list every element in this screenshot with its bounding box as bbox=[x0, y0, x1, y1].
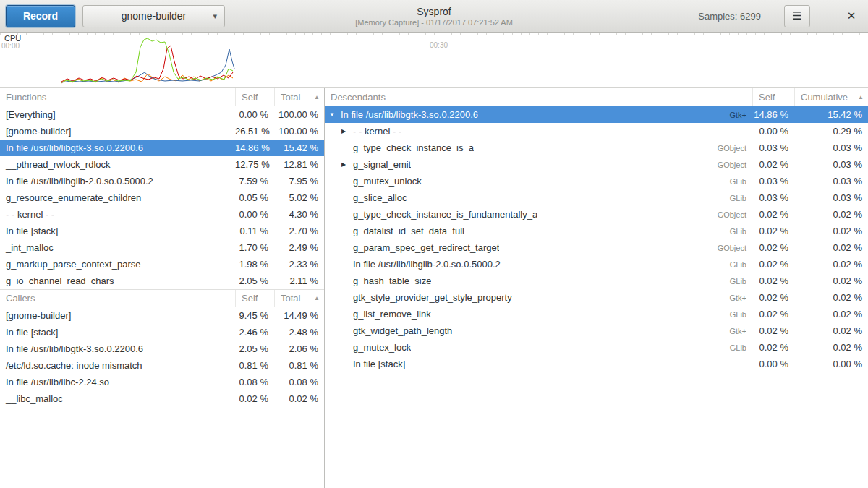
table-row[interactable]: In file [stack]0.11 %2.70 % bbox=[0, 223, 324, 239]
table-row[interactable]: __libc_malloc0.02 %0.02 % bbox=[0, 390, 324, 407]
self-percent: 0.00 % bbox=[235, 109, 274, 120]
function-name: _int_malloc bbox=[0, 242, 235, 253]
table-row[interactable]: ▶- - kernel - -0.00 %0.29 % bbox=[325, 123, 868, 140]
table-row[interactable]: In file [stack]0.00 %0.00 % bbox=[325, 356, 868, 372]
table-row[interactable]: g_io_channel_read_chars2.05 %2.11 % bbox=[0, 273, 324, 289]
self-percent: 26.51 % bbox=[235, 126, 274, 137]
table-row[interactable]: g_datalist_id_set_data_fullGLib0.02 %0.0… bbox=[325, 223, 868, 239]
table-row[interactable]: _int_malloc1.70 %2.49 % bbox=[0, 239, 324, 256]
descendant-name-cell: In file [stack] bbox=[325, 359, 752, 369]
self-percent: 14.86 % bbox=[752, 109, 794, 120]
expander-closed-icon[interactable]: ▶ bbox=[341, 161, 353, 168]
function-name: In file [stack] bbox=[0, 226, 235, 236]
descendants-table-header: Descendants Self Cumulative ▲ bbox=[325, 88, 868, 106]
self-percent: 14.86 % bbox=[235, 142, 274, 153]
callers-total-column-header[interactable]: Total ▲ bbox=[274, 290, 324, 307]
table-row[interactable]: /etc/ld.so.cache: inode mismatch0.81 %0.… bbox=[0, 357, 324, 374]
table-row[interactable]: [Everything]0.00 %100.00 % bbox=[0, 106, 324, 123]
table-row[interactable]: g_mutex_lockGLib0.02 %0.02 % bbox=[325, 339, 868, 356]
descendants-cumulative-column-header[interactable]: Cumulative ▲ bbox=[794, 88, 868, 106]
symbol-name: g_mutex_unlock bbox=[353, 176, 422, 187]
self-percent: 0.02 % bbox=[752, 159, 794, 170]
function-name: In file /usr/lib/libglib-2.0.so.0.5000.2 bbox=[0, 176, 235, 187]
table-row[interactable]: g_mutex_unlockGLib0.03 %0.03 % bbox=[325, 173, 868, 189]
expander-open-icon[interactable]: ▼ bbox=[329, 111, 341, 118]
descendant-name-cell: g_datalist_id_set_data_fullGLib bbox=[325, 226, 752, 236]
table-row[interactable]: g_resource_enumerate_children0.05 %5.02 … bbox=[0, 189, 324, 206]
table-row[interactable]: In file /usr/lib/libglib-2.0.so.0.5000.2… bbox=[325, 256, 868, 273]
process-selector[interactable]: gnome-builder ▾ bbox=[82, 5, 225, 27]
total-percent: 5.02 % bbox=[274, 192, 324, 203]
library-badge: Gtk+ bbox=[719, 327, 752, 335]
cumulative-percent: 0.02 % bbox=[794, 325, 868, 336]
self-percent: 0.02 % bbox=[752, 259, 794, 270]
descendant-name-cell: ▶- - kernel - - bbox=[325, 126, 752, 137]
table-row[interactable]: ▼In file /usr/lib/libgtk-3.so.0.2200.6Gt… bbox=[325, 106, 868, 123]
table-row[interactable]: g_markup_parse_context_parse1.98 %2.33 % bbox=[0, 256, 324, 273]
library-badge: GObject bbox=[707, 210, 752, 219]
descendant-name-cell: ▶g_signal_emitGObject bbox=[325, 159, 752, 170]
table-row[interactable]: In file [stack]2.46 %2.48 % bbox=[0, 324, 324, 341]
record-button[interactable]: Record bbox=[6, 5, 75, 27]
self-column-label: Self bbox=[242, 293, 258, 304]
table-row[interactable]: In file /usr/lib/libc-2.24.so0.08 %0.08 … bbox=[0, 374, 324, 390]
table-row[interactable]: [gnome-builder]26.51 %100.00 % bbox=[0, 123, 324, 140]
descendants-column-header[interactable]: Descendants bbox=[325, 88, 752, 106]
table-row[interactable]: g_list_remove_linkGLib0.02 %0.02 % bbox=[325, 306, 868, 322]
cumulative-percent: 0.02 % bbox=[794, 309, 868, 320]
total-percent: 0.02 % bbox=[274, 393, 324, 404]
table-row[interactable]: In file /usr/lib/libgtk-3.so.0.2200.614.… bbox=[0, 140, 324, 156]
table-row[interactable]: g_slice_allocGLib0.03 %0.03 % bbox=[325, 189, 868, 206]
cumulative-percent: 0.02 % bbox=[794, 292, 868, 303]
table-row[interactable]: [gnome-builder]9.45 %14.49 % bbox=[0, 307, 324, 324]
sort-indicator-icon: ▲ bbox=[858, 94, 864, 100]
minimize-button[interactable]: ─ bbox=[819, 5, 841, 27]
total-percent: 100.00 % bbox=[274, 109, 324, 120]
self-column-label: Self bbox=[242, 92, 258, 103]
total-percent: 0.08 % bbox=[274, 377, 324, 388]
table-row[interactable]: In file /usr/lib/libglib-2.0.so.0.5000.2… bbox=[0, 173, 324, 189]
functions-total-column-header[interactable]: Total ▲ bbox=[274, 88, 324, 106]
cumulative-percent: 0.03 % bbox=[794, 192, 868, 203]
close-button[interactable]: ✕ bbox=[841, 5, 862, 27]
function-name: [gnome-builder] bbox=[0, 126, 235, 137]
self-percent: 2.05 % bbox=[235, 343, 274, 354]
symbol-name: In file [stack] bbox=[353, 359, 405, 369]
symbol-name: g_type_check_instance_is_fundamentally_a bbox=[353, 209, 537, 220]
cpu-line-red bbox=[61, 46, 233, 82]
table-row[interactable]: __pthread_rwlock_rdlock12.75 %12.81 % bbox=[0, 156, 324, 173]
time-label-start: 00:00 bbox=[1, 42, 20, 50]
self-percent: 0.08 % bbox=[235, 377, 274, 388]
cumulative-percent: 0.03 % bbox=[794, 159, 868, 170]
library-badge: GLib bbox=[720, 194, 752, 202]
symbol-name: - - kernel - - bbox=[353, 126, 401, 137]
table-row[interactable]: g_param_spec_get_redirect_targetGObject0… bbox=[325, 239, 868, 256]
cpu-graph[interactable]: CPU 00:00 00:30 bbox=[0, 33, 868, 88]
table-row[interactable]: gtk_style_provider_get_style_propertyGtk… bbox=[325, 289, 868, 306]
descendant-name-cell: gtk_style_provider_get_style_propertyGtk… bbox=[325, 292, 752, 303]
total-column-label: Total bbox=[281, 92, 300, 103]
table-row[interactable]: g_hash_table_sizeGLib0.02 %0.02 % bbox=[325, 273, 868, 289]
callers-column-header[interactable]: Callers bbox=[0, 290, 235, 307]
expander-closed-icon[interactable]: ▶ bbox=[341, 128, 353, 134]
symbol-name: g_datalist_id_set_data_full bbox=[353, 226, 464, 236]
table-row[interactable]: In file /usr/lib/libgtk-3.so.0.2200.62.0… bbox=[0, 341, 324, 357]
callers-self-column-header[interactable]: Self bbox=[235, 290, 274, 307]
caller-name: In file /usr/lib/libgtk-3.so.0.2200.6 bbox=[0, 343, 235, 354]
menu-button[interactable]: ☰ bbox=[784, 5, 810, 27]
table-row[interactable]: - - kernel - -0.00 %4.30 % bbox=[0, 206, 324, 223]
caller-name: __libc_malloc bbox=[0, 393, 235, 404]
functions-column-header[interactable]: Functions bbox=[0, 88, 235, 106]
library-badge: Gtk+ bbox=[719, 111, 752, 119]
symbol-name: In file /usr/lib/libglib-2.0.so.0.5000.2 bbox=[353, 259, 501, 270]
cumulative-column-label: Cumulative bbox=[801, 92, 848, 103]
table-row[interactable]: g_type_check_instance_is_aGObject0.03 %0… bbox=[325, 140, 868, 156]
symbol-name: g_list_remove_link bbox=[353, 309, 431, 320]
descendants-self-column-header[interactable]: Self bbox=[752, 88, 794, 106]
table-row[interactable]: gtk_widget_path_lengthGtk+0.02 %0.02 % bbox=[325, 322, 868, 339]
table-row[interactable]: g_type_check_instance_is_fundamentally_a… bbox=[325, 206, 868, 223]
function-name: g_resource_enumerate_children bbox=[0, 192, 235, 203]
cumulative-percent: 0.02 % bbox=[794, 342, 868, 353]
table-row[interactable]: ▶g_signal_emitGObject0.02 %0.03 % bbox=[325, 156, 868, 173]
functions-self-column-header[interactable]: Self bbox=[235, 88, 274, 106]
